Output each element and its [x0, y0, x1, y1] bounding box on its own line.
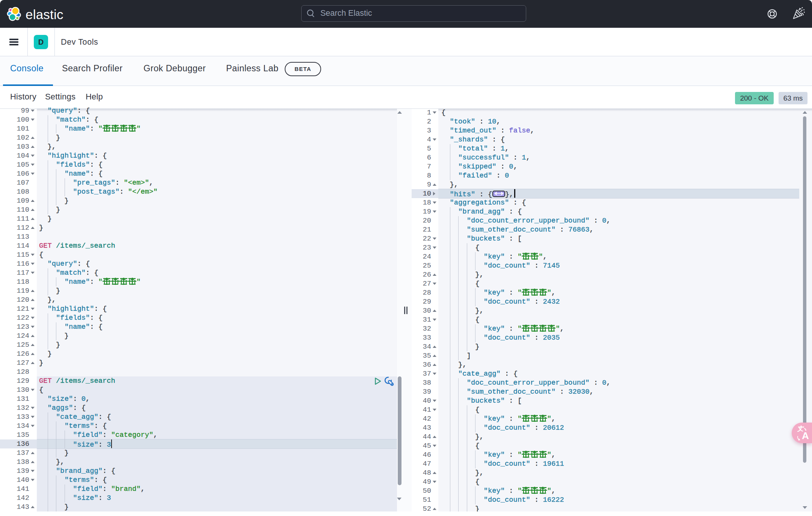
- svg-text:A: A: [802, 430, 809, 441]
